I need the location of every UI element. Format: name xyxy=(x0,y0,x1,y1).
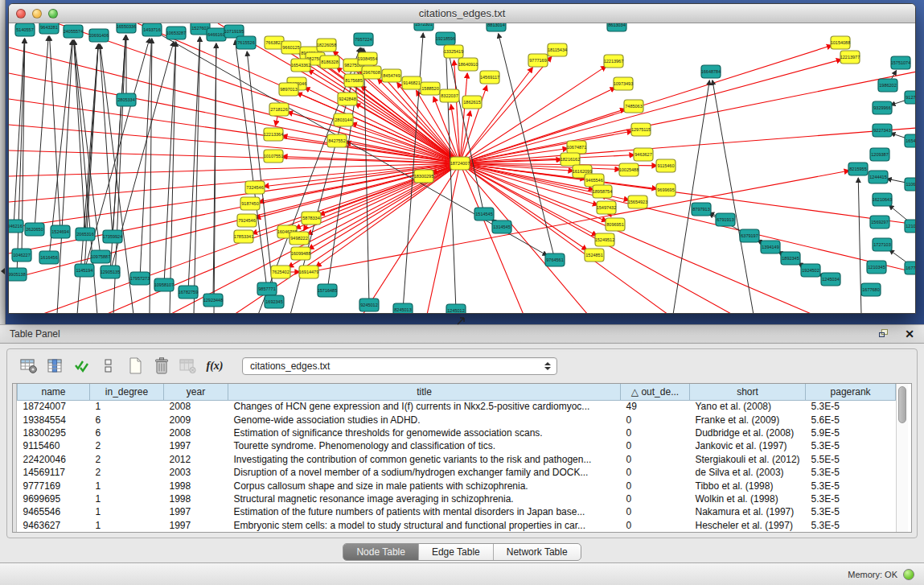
citation-edge-red[interactable] xyxy=(460,73,467,163)
graph-node[interactable]: 17957273 xyxy=(130,272,150,285)
table-row[interactable]: 946554611997Estimation of the future num… xyxy=(18,505,896,518)
graph-node[interactable]: 10154088 xyxy=(831,36,850,49)
memory-status-icon[interactable] xyxy=(903,569,914,580)
graph-node[interactable]: 1210645 xyxy=(905,220,916,233)
graph-node[interactable]: 1677103 xyxy=(905,262,916,274)
graph-node[interactable]: 18216162 xyxy=(561,153,580,166)
graph-node[interactable]: 15497432 xyxy=(597,201,616,214)
column-settings-icon[interactable] xyxy=(45,356,66,376)
graph-node[interactable]: 18226058 xyxy=(317,39,336,51)
graph-node[interactable]: 12905135 xyxy=(101,266,120,278)
delete-table-icon[interactable] xyxy=(151,356,172,376)
graph-node[interactable]: 1314545 xyxy=(492,220,511,233)
table-row[interactable]: 1872400712008Changes of HCN gene express… xyxy=(18,400,896,413)
citation-edge-red[interactable] xyxy=(460,88,615,163)
graph-node[interactable]: 9857771 xyxy=(257,282,277,295)
graph-node[interactable]: 9187450 xyxy=(240,197,260,210)
graph-node[interactable]: 18640910 xyxy=(458,58,478,71)
graph-node[interactable]: 9146821 xyxy=(402,76,421,89)
hub-node[interactable]: 18724007 xyxy=(450,157,470,170)
graph-node[interactable]: 9643281 xyxy=(39,23,59,34)
graph-node[interactable]: 12213364 xyxy=(264,128,283,141)
graph-node[interactable]: 12923448 xyxy=(203,294,223,307)
graph-node[interactable]: 2967608 xyxy=(362,66,381,79)
graph-node[interactable]: 9897013 xyxy=(279,83,298,96)
graph-node[interactable]: 8797913 xyxy=(692,203,711,216)
citation-edge-black[interactable] xyxy=(100,44,113,237)
graph-node[interactable]: 1986202 xyxy=(878,79,897,92)
graph-node[interactable]: 5140557 xyxy=(15,23,35,36)
graph-node[interactable]: 9245012 xyxy=(359,299,379,311)
graph-node[interactable]: 1106292 xyxy=(905,178,916,191)
table-scrollbar[interactable] xyxy=(896,384,908,532)
table-row[interactable]: 1938455462009Genome-wide association stu… xyxy=(18,413,896,426)
function-icon[interactable]: f(x) xyxy=(204,356,225,376)
graph-node[interactable]: 7957224 xyxy=(354,33,373,46)
graph-node[interactable]: 6791913 xyxy=(716,213,735,226)
column-header-short[interactable]: short xyxy=(690,384,806,400)
graph-node[interactable]: 10107551 xyxy=(264,150,283,163)
collapsed-panel-strip[interactable] xyxy=(0,0,6,324)
graph-node[interactable]: 9764561 xyxy=(545,253,565,266)
graph-node[interactable]: 9127743 xyxy=(905,91,916,104)
graph-node[interactable]: 1210345 xyxy=(867,261,886,274)
citation-edge-red[interactable] xyxy=(460,163,588,314)
graph-node[interactable]: 7625402 xyxy=(271,266,290,278)
window-titlebar[interactable]: citations_edges.txt xyxy=(9,4,915,23)
graph-node[interactable]: 19384554 xyxy=(358,52,377,65)
graph-node[interactable]: 1046227 xyxy=(12,249,31,262)
graph-node[interactable]: 18300295 xyxy=(414,170,433,183)
tab-node-table[interactable]: Node Table xyxy=(343,544,418,560)
citation-edge-red[interactable] xyxy=(454,60,460,163)
graph-node[interactable]: 10975887 xyxy=(91,250,110,263)
graph-node[interactable]: 10958107 xyxy=(154,278,174,291)
float-panel-icon[interactable] xyxy=(879,329,890,339)
graph-node[interactable]: 1862615 xyxy=(462,96,482,109)
citation-edge-black[interactable] xyxy=(74,40,85,234)
graph-node[interactable]: 5878334 xyxy=(302,212,321,225)
graph-node[interactable]: 2718126 xyxy=(269,103,289,116)
graph-node[interactable]: 24055574 xyxy=(64,25,83,38)
graph-node[interactable]: 18958754 xyxy=(593,185,612,198)
citation-edge-red[interactable] xyxy=(9,163,460,228)
graph-node[interactable]: 19218596 xyxy=(436,32,455,45)
citation-edge-red[interactable] xyxy=(9,163,460,202)
import-table-icon[interactable] xyxy=(178,356,199,376)
graph-node[interactable]: 12213977 xyxy=(840,51,860,64)
citation-edge-black[interactable] xyxy=(446,47,456,311)
graph-node[interactable]: 8322037 xyxy=(440,89,459,102)
graph-node[interactable]: 1588520 xyxy=(421,82,440,95)
table-row[interactable]: 977716911998Corpus callosum shape and si… xyxy=(18,479,896,492)
citation-edge-red[interactable] xyxy=(309,171,849,272)
scrollbar-thumb[interactable] xyxy=(898,386,906,423)
graph-node[interactable]: 6466160 xyxy=(207,28,226,41)
graph-node[interactable]: 9463627 xyxy=(634,148,653,161)
graph-node[interactable]: 1245034 xyxy=(821,273,840,286)
citation-edge-red[interactable] xyxy=(9,163,460,279)
graph-node[interactable]: 8215955 xyxy=(848,163,868,175)
table-row[interactable]: 1456911722003Disruption of a novel membe… xyxy=(18,466,896,479)
graph-node[interactable]: 16648784 xyxy=(701,65,721,78)
panel-collapse-arrow-icon[interactable] xyxy=(1,268,5,274)
graph-node[interactable]: 16782759 xyxy=(179,286,198,299)
graph-node[interactable]: 20691406 xyxy=(89,29,109,42)
graph-node[interactable]: 1145194 xyxy=(75,264,94,277)
graph-node[interactable]: 2620650 xyxy=(25,223,44,236)
graph-node[interactable]: 10653287 xyxy=(166,27,186,39)
graph-node[interactable]: 14569117 xyxy=(480,71,499,84)
graph-node[interactable]: 9227343 xyxy=(873,124,892,137)
citation-edge-red[interactable] xyxy=(319,163,460,215)
graph-node[interactable]: 16550336 xyxy=(117,23,136,33)
graph-node[interactable]: 1244415 xyxy=(869,171,888,183)
citation-edge-black[interactable] xyxy=(194,37,200,314)
graph-node[interactable]: 16543362 xyxy=(291,59,310,72)
graph-node[interactable]: 16210643 xyxy=(873,193,892,206)
column-header-in_degree[interactable]: in_degree xyxy=(90,384,164,400)
graph-node[interactable]: 12213967 xyxy=(604,55,623,68)
citation-edge-black[interactable] xyxy=(170,42,176,314)
graph-node[interactable]: 1616456 xyxy=(39,251,59,264)
graph-node[interactable]: 9777169 xyxy=(528,54,548,67)
graph-node[interactable]: 9660125 xyxy=(281,41,301,54)
graph-node[interactable]: 7615526 xyxy=(236,36,256,49)
graph-node[interactable]: 8427552 xyxy=(327,134,347,147)
